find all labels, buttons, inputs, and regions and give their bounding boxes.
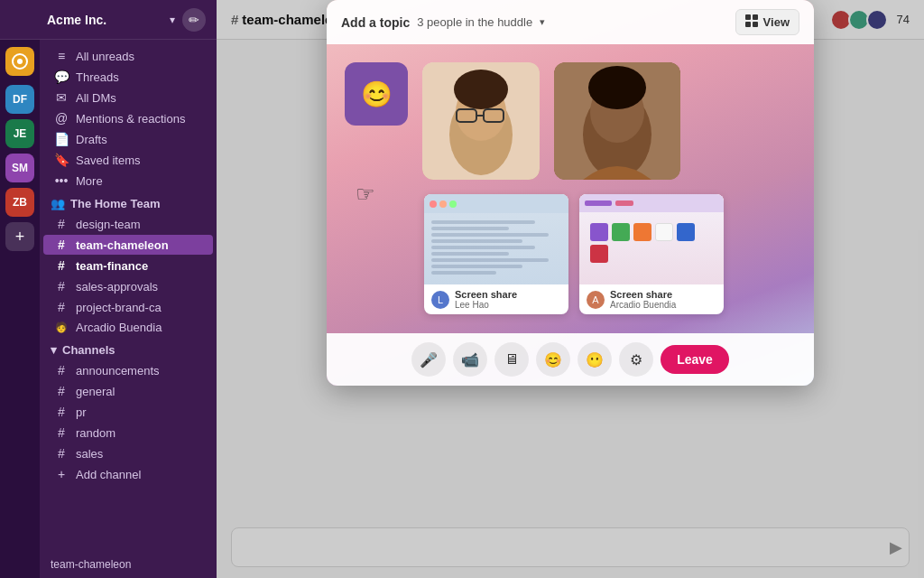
hash-icon: # bbox=[54, 217, 69, 231]
hash-icon: # bbox=[54, 300, 69, 314]
sidebar-channel-random[interactable]: # random bbox=[43, 423, 213, 443]
hash-icon: # bbox=[54, 258, 69, 273]
mic-icon: 🎤 bbox=[420, 351, 438, 368]
huddle-stage: 😊 bbox=[327, 44, 814, 333]
user-avatar-df[interactable]: DF bbox=[5, 85, 34, 114]
huddle-people-count: 3 people in the huddle bbox=[417, 15, 532, 29]
screen-share-footer-2: A Screen share Arcadio Buendia bbox=[579, 284, 724, 314]
sidebar-item-mentions[interactable]: @ Mentions & reactions bbox=[43, 108, 213, 128]
sidebar-item-saved[interactable]: 🔖 Saved items bbox=[43, 150, 213, 170]
sidebar-channel-announcements[interactable]: # announcements bbox=[43, 360, 213, 380]
workspace-logo-icon[interactable] bbox=[5, 47, 34, 76]
add-workspace-button[interactable]: + bbox=[5, 222, 34, 251]
view-button[interactable]: View bbox=[735, 9, 799, 35]
grid-icon bbox=[745, 14, 758, 30]
emoji-button[interactable]: 😊 bbox=[536, 342, 570, 377]
screen-share-row: L Screen share Lee Hao bbox=[424, 194, 796, 314]
drafts-icon: 📄 bbox=[54, 132, 69, 146]
sidebar-item-threads[interactable]: 💬 Threads bbox=[43, 67, 213, 87]
mute-button[interactable]: 🎤 bbox=[411, 342, 446, 377]
huddle-overlay: Add a topic 3 people in the huddle ▾ Vie… bbox=[217, 0, 924, 578]
svg-rect-4 bbox=[745, 22, 751, 27]
cursor-hand-icon: ☞ bbox=[356, 182, 375, 207]
face-button[interactable]: 😶 bbox=[578, 342, 612, 377]
screen-share-label-2: Screen share bbox=[610, 289, 676, 300]
mentions-icon: @ bbox=[54, 111, 69, 126]
video-icon: 📹 bbox=[461, 351, 479, 368]
ss-avatar-1: L bbox=[431, 291, 449, 309]
channels-section-header[interactable]: ▾ Channels bbox=[40, 338, 217, 359]
sidebar-channel-general[interactable]: # general bbox=[43, 381, 213, 401]
sidebar-channel-team-chameleon[interactable]: # team-chameleon bbox=[43, 235, 213, 255]
sidebar-nav: ≡ All unreads 💬 Threads ✉ All DMs @ Ment… bbox=[40, 40, 217, 553]
sidebar-header: Acme Inc. ▾ ✏ bbox=[0, 0, 217, 40]
svg-rect-5 bbox=[753, 22, 758, 27]
screen-share-footer-1: L Screen share Lee Hao bbox=[424, 284, 568, 314]
screen-share-button[interactable]: 🖥 bbox=[494, 342, 529, 377]
threads-icon: 💬 bbox=[54, 70, 69, 84]
compose-button[interactable]: ✏ bbox=[182, 8, 206, 32]
svg-point-1 bbox=[17, 59, 23, 64]
sidebar-channel-sales[interactable]: # sales bbox=[43, 443, 213, 463]
hash-icon: # bbox=[54, 425, 69, 440]
workspace-name: Acme Inc. bbox=[47, 13, 166, 27]
team-section-header[interactable]: 👥 The Home Team bbox=[40, 191, 217, 213]
huddle-card: Add a topic 3 people in the huddle ▾ Vie… bbox=[327, 0, 814, 386]
hash-icon: # bbox=[54, 279, 69, 294]
user-avatar-sm[interactable]: SM bbox=[5, 154, 34, 182]
user-avatar-je[interactable]: JE bbox=[5, 119, 34, 148]
more-icon: ••• bbox=[54, 173, 69, 188]
participant-person1: 😊 bbox=[345, 62, 408, 126]
sidebar-item-more[interactable]: ••• More bbox=[43, 171, 213, 191]
hash-icon: # bbox=[54, 363, 69, 378]
sidebar-dm-arcadio[interactable]: 🧑 Arcadio Buendia bbox=[43, 318, 213, 337]
screen-share-label-1: Screen share bbox=[455, 289, 517, 300]
hash-icon: # bbox=[54, 446, 69, 461]
svg-rect-3 bbox=[753, 14, 758, 20]
emoji-icon: 😊 bbox=[544, 351, 562, 368]
huddle-info: Add a topic 3 people in the huddle ▾ bbox=[341, 15, 545, 30]
add-icon: + bbox=[54, 467, 69, 481]
saved-icon: 🔖 bbox=[54, 153, 69, 167]
screen-icon: 🖥 bbox=[504, 351, 519, 368]
hash-icon: # bbox=[54, 238, 69, 252]
main-content: # team-chameleon ▾ 74 ▶ Add a topic bbox=[217, 0, 924, 578]
team-icon: 👥 bbox=[51, 197, 65, 210]
hash-icon: # bbox=[54, 384, 69, 398]
svg-rect-2 bbox=[745, 14, 751, 20]
sidebar-item-all-dms[interactable]: ✉ All DMs bbox=[43, 88, 213, 107]
screen-share-card-1[interactable]: L Screen share Lee Hao bbox=[424, 194, 568, 314]
screen-share-card-2[interactable]: A Screen share Arcadio Buendia bbox=[579, 194, 724, 314]
huddle-chevron-icon: ▾ bbox=[540, 16, 545, 28]
participant-person3 bbox=[554, 62, 680, 180]
sidebar-channel-team-finance[interactable]: # team-finance bbox=[43, 256, 213, 275]
dm-avatar-icon: 🧑 bbox=[54, 322, 69, 333]
add-channel-button[interactable]: + Add channel bbox=[43, 464, 213, 484]
face-icon: 😶 bbox=[586, 351, 604, 368]
svg-point-16 bbox=[588, 66, 646, 109]
huddle-topbar: Add a topic 3 people in the huddle ▾ Vie… bbox=[327, 0, 814, 44]
leave-button[interactable]: Leave bbox=[661, 345, 729, 374]
screen-share-person-1: Lee Hao bbox=[455, 300, 517, 310]
user-avatar-zb[interactable]: ZB bbox=[5, 188, 34, 217]
participant-row-top: 😊 bbox=[345, 62, 796, 180]
participant-person2 bbox=[422, 62, 540, 180]
sidebar-channel-design-team[interactable]: # design-team bbox=[43, 214, 213, 234]
chevron-down-icon: ▾ bbox=[51, 343, 57, 357]
screen-share-person-2: Arcadio Buendia bbox=[610, 300, 676, 310]
sidebar-channel-project-brand[interactable]: # project-brand-ca bbox=[43, 297, 213, 317]
settings-button[interactable]: ⚙ bbox=[619, 342, 653, 377]
ss-avatar-2: A bbox=[587, 291, 605, 309]
sidebar-item-drafts[interactable]: 📄 Drafts bbox=[43, 129, 213, 149]
huddle-controls-bar: 🎤 📹 🖥 😊 😶 ⚙ Leave bbox=[327, 333, 814, 386]
user-strip: DF JE SM ZB + bbox=[0, 40, 40, 578]
sidebar-channel-pr[interactable]: # pr bbox=[43, 402, 213, 422]
screen-preview-2 bbox=[579, 194, 724, 284]
sidebar-channel-sales-approvals[interactable]: # sales-approvals bbox=[43, 276, 213, 296]
video-button[interactable]: 📹 bbox=[453, 342, 487, 377]
workspace-chevron-icon: ▾ bbox=[170, 14, 175, 26]
sidebar-item-all-unreads[interactable]: ≡ All unreads bbox=[43, 46, 213, 66]
dms-icon: ✉ bbox=[54, 90, 69, 105]
all-unreads-icon: ≡ bbox=[54, 49, 69, 63]
add-topic-button[interactable]: Add a topic bbox=[341, 15, 410, 30]
